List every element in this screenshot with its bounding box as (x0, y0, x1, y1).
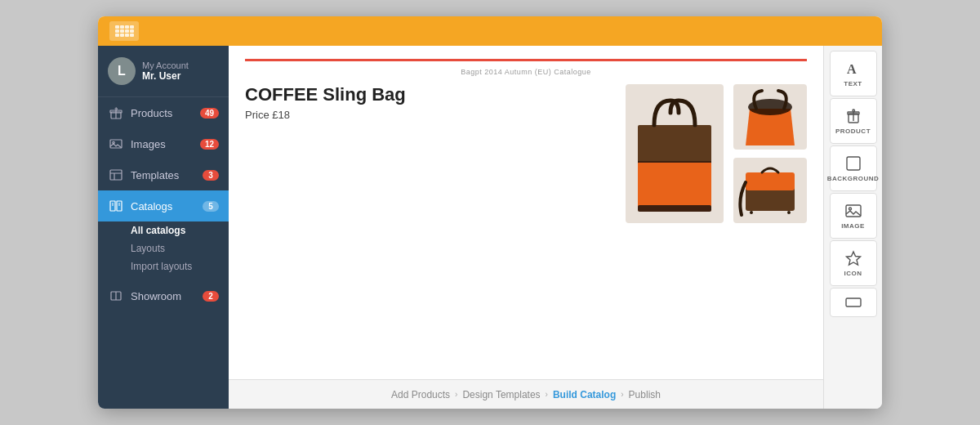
breadcrumb-publish[interactable]: Publish (629, 389, 661, 400)
breadcrumb-bar: Add Products › Design Templates › Build … (229, 379, 823, 409)
sidebar-label-templates: Templates (131, 169, 203, 181)
tool-text[interactable]: A TEXT (830, 51, 877, 96)
svg-rect-27 (847, 157, 860, 170)
breadcrumb-build-catalog[interactable]: Build Catalog (553, 389, 616, 400)
svg-rect-31 (846, 298, 861, 306)
chevron-icon-1: › (455, 390, 457, 399)
top-bar (98, 16, 882, 46)
sidebar-label-products: Products (131, 107, 200, 119)
sidebar-item-templates[interactable]: Templates 3 (98, 159, 229, 190)
tool-icon-label: ICON (844, 270, 862, 277)
user-account-label: My Account (142, 60, 189, 70)
bag-image-messenger (733, 158, 807, 223)
avatar: L (108, 57, 136, 85)
sidebar-label-catalogs: Catalogs (131, 200, 203, 212)
star-icon (844, 249, 862, 267)
svg-rect-17 (638, 205, 711, 212)
catalog-preview: Bagpt 2014 Autumn (EU) Catalogue COFFEE … (229, 46, 823, 409)
user-info: My Account Mr. User (142, 60, 189, 82)
svg-point-23 (787, 211, 791, 214)
chevron-icon-2: › (546, 390, 548, 399)
catalogs-badge: 5 (203, 201, 219, 212)
app-logo (109, 21, 139, 41)
tool-image-label: IMAGE (841, 222, 865, 230)
showroom-badge: 2 (203, 291, 219, 302)
app-window: L My Account Mr. User Produ (98, 16, 882, 409)
img-col-right (733, 84, 807, 223)
tool-product-label: PRODUCT (835, 128, 871, 135)
breadcrumb-add-products[interactable]: Add Products (391, 389, 450, 400)
tool-more[interactable] (830, 288, 877, 317)
svg-rect-21 (746, 172, 795, 190)
catalogs-sub-nav: All catalogs Layouts Import layouts (98, 221, 229, 280)
catalog-title-label: Bagpt 2014 Autumn (EU) Catalogue (245, 68, 807, 76)
sidebar-label-showroom: Showroom (131, 290, 203, 302)
sidebar-item-products[interactable]: Products 49 (98, 97, 229, 128)
sidebar-item-catalogs[interactable]: Catalogs 5 (98, 190, 229, 221)
tool-icon[interactable]: ICON (830, 240, 877, 286)
sub-nav-import-layouts[interactable]: Import layouts (131, 257, 229, 275)
image-tool-icon (844, 202, 862, 220)
sidebar-item-images[interactable]: Images 12 (98, 128, 229, 159)
user-section: L My Account Mr. User (98, 46, 229, 97)
image-icon (108, 136, 124, 151)
right-tools-panel: A TEXT PRODUCT (823, 46, 882, 409)
catalog-icon (108, 199, 124, 213)
gift-icon (108, 105, 124, 120)
catalog-body: COFFEE Sling Bag Price £18 (245, 84, 807, 223)
sidebar: L My Account Mr. User Produ (98, 46, 229, 409)
catalog-images-col (626, 84, 807, 223)
svg-text:A: A (847, 62, 857, 76)
breadcrumb-design-templates[interactable]: Design Templates (462, 389, 540, 400)
catalog-page[interactable]: Bagpt 2014 Autumn (EU) Catalogue COFFEE … (229, 46, 823, 379)
svg-rect-7 (110, 201, 115, 211)
template-icon (108, 168, 124, 182)
templates-badge: 3 (203, 170, 219, 181)
product-title: COFFEE Sling Bag (245, 84, 612, 105)
sub-nav-all-catalogs[interactable]: All catalogs (131, 221, 229, 239)
product-tool-icon (844, 107, 862, 125)
tool-background[interactable]: BACKGROUND (830, 145, 877, 191)
svg-rect-8 (117, 201, 122, 211)
user-display-name: Mr. User (142, 70, 189, 82)
product-price: Price £18 (245, 109, 612, 121)
svg-marker-30 (846, 252, 860, 265)
catalog-top-line (245, 59, 807, 61)
bag-image-tote (626, 84, 724, 223)
text-icon: A (844, 60, 862, 78)
svg-point-29 (849, 208, 851, 210)
svg-point-22 (750, 211, 753, 214)
showroom-icon (108, 289, 124, 303)
sub-nav-layouts[interactable]: Layouts (131, 239, 229, 257)
main-content: L My Account Mr. User Produ (98, 46, 882, 409)
svg-rect-15 (638, 125, 711, 166)
tool-image[interactable]: IMAGE (830, 193, 877, 239)
bag-image-open (733, 84, 807, 150)
svg-rect-16 (638, 162, 711, 211)
images-badge: 12 (200, 139, 219, 150)
background-icon (844, 154, 862, 172)
svg-rect-4 (110, 170, 122, 180)
sidebar-item-showroom[interactable]: Showroom 2 (98, 280, 229, 311)
catalog-text-col: COFFEE Sling Bag Price £18 (245, 84, 612, 121)
tool-product[interactable]: PRODUCT (830, 98, 877, 144)
chevron-icon-3: › (621, 390, 623, 399)
center-panel: Bagpt 2014 Autumn (EU) Catalogue COFFEE … (229, 46, 823, 409)
products-badge: 49 (200, 108, 219, 119)
sidebar-label-images: Images (131, 138, 200, 150)
tool-text-label: TEXT (844, 80, 862, 87)
tool-background-label: BACKGROUND (827, 175, 880, 182)
